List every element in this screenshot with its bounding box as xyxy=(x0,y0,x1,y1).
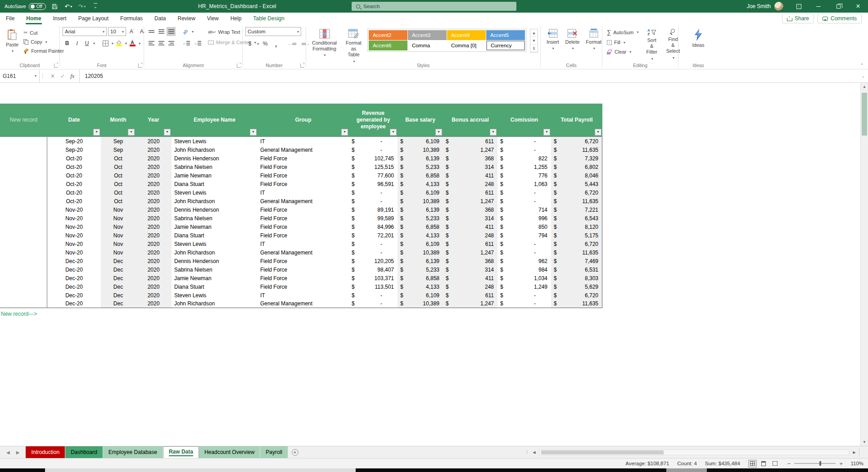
cell[interactable]: 2020 xyxy=(136,137,172,145)
style-accent2[interactable]: Accent2 xyxy=(369,30,407,40)
autosave-toggle[interactable]: AutoSave Off xyxy=(5,3,46,10)
cell[interactable]: 2020 xyxy=(136,222,172,231)
orientation-icon[interactable]: ab xyxy=(181,27,190,36)
search-input[interactable]: Search xyxy=(352,2,516,11)
collapse-ribbon-icon[interactable]: ⌃ xyxy=(860,63,863,68)
italic-button[interactable]: I xyxy=(72,39,81,48)
align-bottom-icon[interactable] xyxy=(167,27,176,36)
cell[interactable]: $- xyxy=(349,188,398,197)
cell[interactable]: Oct-20 xyxy=(47,171,101,180)
cell[interactable]: $6,802 xyxy=(551,163,602,171)
cell[interactable]: Dec xyxy=(101,282,136,291)
increase-indent-icon[interactable]: → xyxy=(192,39,203,48)
worksheet[interactable]: New recordDate▼Month▼Year▼Employee Name▼… xyxy=(0,83,868,446)
increase-decimal-icon[interactable]: ←.00 xyxy=(286,39,298,48)
cell[interactable]: $- xyxy=(349,248,398,257)
cell[interactable]: $4,133 xyxy=(398,231,443,240)
tab-split-handle[interactable]: ⁞ xyxy=(524,450,529,455)
conditional-formatting-button[interactable]: Conditional Formatting▾ xyxy=(309,27,340,59)
new-record-cell[interactable] xyxy=(0,282,47,291)
tab-formulas[interactable]: Formulas xyxy=(114,13,149,24)
cell[interactable]: $411 xyxy=(443,274,497,282)
redo-icon[interactable]: ↷▾ xyxy=(77,2,86,11)
vertical-scroll-thumb[interactable] xyxy=(862,93,867,136)
cell[interactable]: Field Force xyxy=(258,265,349,274)
ribbon-display-options-button[interactable]: ↑ xyxy=(789,0,809,13)
cell[interactable]: $7,329 xyxy=(551,154,602,163)
cell[interactable]: Sabrina Nielsen xyxy=(172,163,258,171)
cell[interactable]: $10,389 xyxy=(398,300,443,308)
cell[interactable]: $7,469 xyxy=(551,257,602,265)
cell[interactable]: $248 xyxy=(443,282,497,291)
cell[interactable]: $- xyxy=(349,145,398,154)
save-icon[interactable] xyxy=(50,2,59,11)
zoom-level[interactable]: 110% xyxy=(846,461,863,466)
cell[interactable]: $314 xyxy=(443,265,497,274)
cell[interactable]: 2020 xyxy=(136,231,172,240)
comments-button[interactable]: Comments xyxy=(818,14,862,23)
cell[interactable]: $5,629 xyxy=(551,282,602,291)
cell[interactable]: $98,407 xyxy=(349,265,398,274)
cell[interactable]: $5,233 xyxy=(398,163,443,171)
font-color-icon[interactable]: A xyxy=(128,39,137,48)
sheet-nav-right-icon[interactable]: ▶ xyxy=(16,450,20,455)
cell[interactable]: 2020 xyxy=(136,171,172,180)
filter-icon[interactable]: ▼ xyxy=(543,129,550,136)
filter-icon[interactable]: ▼ xyxy=(128,129,135,136)
cell[interactable]: 2020 xyxy=(136,274,172,282)
fill-color-dropdown[interactable]: ▾ xyxy=(125,41,127,45)
cell[interactable]: Oct xyxy=(101,154,136,163)
new-record-cell[interactable] xyxy=(0,137,47,145)
horizontal-scrollbar[interactable] xyxy=(539,449,850,455)
cell[interactable]: $96,591 xyxy=(349,180,398,188)
cell[interactable]: John Richardson xyxy=(172,197,258,205)
cell[interactable]: IT xyxy=(258,188,349,197)
cell[interactable]: $368 xyxy=(443,257,497,265)
cell[interactable]: 2020 xyxy=(136,145,172,154)
tab-help[interactable]: Help xyxy=(225,13,248,24)
gallery-scroll-up-icon[interactable]: ▲ xyxy=(530,29,538,37)
cell[interactable]: $1,063 xyxy=(497,180,551,188)
cell[interactable]: Nov xyxy=(101,222,136,231)
cell[interactable]: IT xyxy=(258,240,349,248)
cell[interactable]: Oct xyxy=(101,171,136,180)
cell[interactable]: $- xyxy=(349,291,398,300)
cell[interactable]: 2020 xyxy=(136,197,172,205)
cell[interactable]: Field Force xyxy=(258,214,349,222)
cell[interactable]: $72,201 xyxy=(349,231,398,240)
cell[interactable]: Nov-20 xyxy=(47,248,101,257)
align-right-icon[interactable] xyxy=(167,39,176,48)
new-record-cell[interactable] xyxy=(0,222,47,231)
cell[interactable]: Sep-20 xyxy=(47,137,101,145)
align-center-icon[interactable] xyxy=(157,39,166,48)
share-button[interactable]: Share xyxy=(782,14,814,23)
cancel-icon[interactable]: ✕ xyxy=(50,73,55,79)
cell[interactable]: $1,247 xyxy=(443,145,497,154)
cell[interactable]: $6,858 xyxy=(398,171,443,180)
cell[interactable]: Dec-20 xyxy=(47,265,101,274)
new-record-cell[interactable] xyxy=(0,180,47,188)
format-as-table-button[interactable]: Format as Table▾ xyxy=(343,27,365,65)
cell[interactable]: Steven Lewis xyxy=(172,291,258,300)
cell[interactable]: $- xyxy=(349,137,398,145)
cell[interactable]: $6,139 xyxy=(398,205,443,214)
cell[interactable]: $10,389 xyxy=(398,197,443,205)
cell[interactable]: $776 xyxy=(497,171,551,180)
cell[interactable]: $6,720 xyxy=(551,188,602,197)
tab-review[interactable]: Review xyxy=(172,13,201,24)
cell[interactable]: IT xyxy=(258,137,349,145)
page-layout-view-icon[interactable] xyxy=(760,460,768,467)
cell[interactable]: $11,635 xyxy=(551,300,602,308)
new-record-cell[interactable] xyxy=(0,214,47,222)
cell[interactable]: $314 xyxy=(443,163,497,171)
cell[interactable]: Field Force xyxy=(258,257,349,265)
cell[interactable]: $5,233 xyxy=(398,214,443,222)
cell[interactable]: 2020 xyxy=(136,214,172,222)
new-record-cell[interactable] xyxy=(0,171,47,180)
cell[interactable]: General Management xyxy=(258,248,349,257)
new-record-cell[interactable] xyxy=(0,300,47,308)
cell[interactable]: $- xyxy=(497,145,551,154)
new-record-cell[interactable] xyxy=(0,145,47,154)
cell[interactable]: $11,635 xyxy=(551,248,602,257)
cell[interactable]: $368 xyxy=(443,205,497,214)
